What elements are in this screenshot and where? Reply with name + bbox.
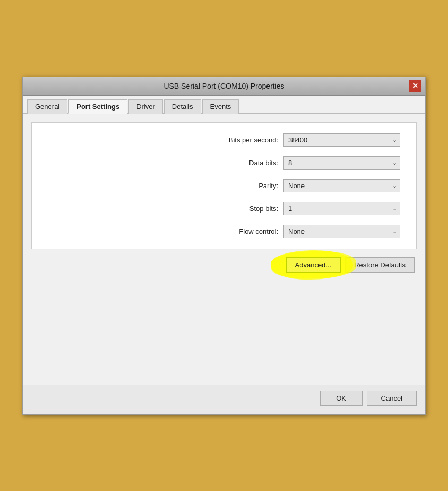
advanced-button[interactable]: Advanced...: [286, 257, 341, 273]
tab-general[interactable]: General: [27, 99, 67, 114]
select-wrapper-parity: NoneEvenOddMarkSpace⌄: [283, 179, 400, 192]
title-bar: USB Serial Port (COM10) Properties ✕: [23, 77, 425, 96]
tab-events[interactable]: Events: [202, 99, 239, 114]
select-wrapper-stop-bits: 11.52⌄: [283, 202, 400, 215]
footer: OK Cancel: [23, 385, 425, 414]
close-button[interactable]: ✕: [409, 80, 421, 92]
empty-space: [31, 281, 417, 376]
form-row-bits-per-second: Bits per second:300120024004800960019200…: [48, 133, 400, 147]
form-row-data-bits: Data bits:5678⌄: [48, 156, 400, 170]
ok-button[interactable]: OK: [320, 391, 363, 406]
label-flow-control: Flow control:: [209, 227, 278, 235]
label-stop-bits: Stop bits:: [209, 205, 278, 213]
advanced-wrapper: Advanced...: [286, 257, 341, 273]
tab-bar: General Port Settings Driver Details Eve…: [23, 96, 425, 114]
tab-details[interactable]: Details: [164, 99, 201, 114]
form-row-flow-control: Flow control:NoneXon / XoffHardware⌄: [48, 225, 400, 238]
select-stop-bits[interactable]: 11.52: [283, 202, 400, 215]
tab-port-settings[interactable]: Port Settings: [68, 99, 127, 114]
form-row-stop-bits: Stop bits:11.52⌄: [48, 202, 400, 215]
window-title: USB Serial Port (COM10) Properties: [39, 82, 409, 90]
select-wrapper-bits-per-second: 3001200240048009600192003840057600115200…: [283, 133, 400, 147]
form-row-parity: Parity:NoneEvenOddMarkSpace⌄: [48, 179, 400, 192]
label-bits-per-second: Bits per second:: [209, 136, 278, 144]
select-wrapper-data-bits: 5678⌄: [283, 156, 400, 170]
select-parity[interactable]: NoneEvenOddMarkSpace: [283, 179, 400, 192]
label-parity: Parity:: [209, 182, 278, 190]
select-wrapper-flow-control: NoneXon / XoffHardware⌄: [283, 225, 400, 238]
action-button-row: Advanced... Restore Defaults: [31, 257, 417, 273]
tab-driver[interactable]: Driver: [128, 99, 163, 114]
cancel-button[interactable]: Cancel: [367, 391, 417, 406]
tab-content: Bits per second:300120024004800960019200…: [23, 114, 425, 385]
select-flow-control[interactable]: NoneXon / XoffHardware: [283, 225, 400, 238]
select-bits-per-second[interactable]: 3001200240048009600192003840057600115200: [283, 133, 400, 147]
label-data-bits: Data bits:: [209, 159, 278, 167]
properties-window: USB Serial Port (COM10) Properties ✕ Gen…: [22, 77, 426, 415]
select-data-bits[interactable]: 5678: [283, 156, 400, 170]
settings-box: Bits per second:300120024004800960019200…: [31, 122, 417, 249]
